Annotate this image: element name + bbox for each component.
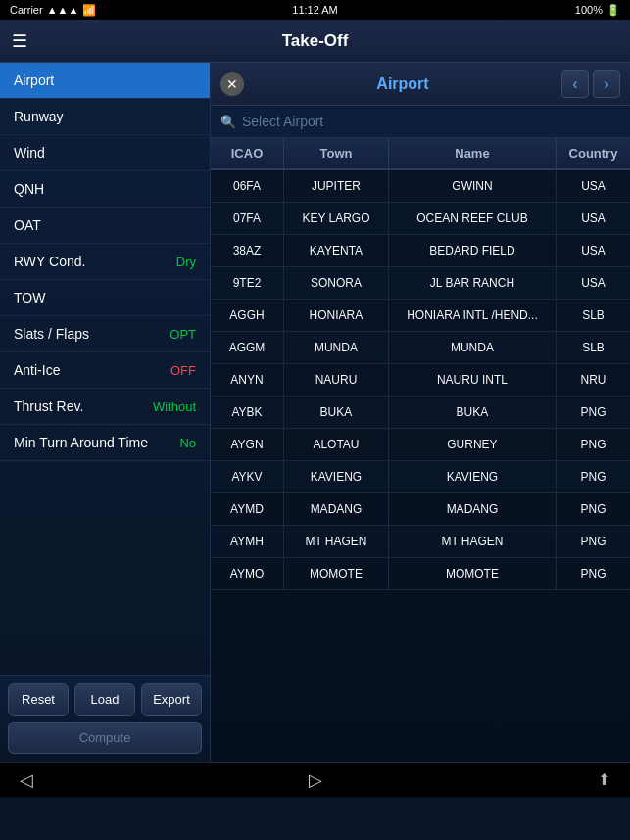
cell-name: BUKA	[389, 397, 557, 428]
cell-name: MADANG	[389, 493, 557, 525]
load-button[interactable]: Load	[74, 683, 135, 716]
carrier-label: Carrier	[10, 4, 43, 16]
cell-icao: AYGN	[211, 429, 284, 460]
cell-town: MT HAGEN	[284, 526, 389, 557]
table-row[interactable]: 9TE2 SONORA JL BAR RANCH USA	[211, 267, 630, 300]
table-row[interactable]: AYMD MADANG MADANG PNG	[211, 493, 630, 526]
sidebar-bottom: Reset Load Export Compute	[0, 675, 210, 762]
cell-name: BEDARD FIELD	[389, 235, 557, 266]
sidebar-item-qnh[interactable]: QNH	[0, 171, 210, 208]
table-body: 06FA JUPITER GWINN USA 07FA KEY LARGO OC…	[211, 170, 630, 590]
sidebar-item-slats-flaps[interactable]: Slats / FlapsOPT	[0, 316, 210, 352]
cell-country: PNG	[557, 493, 630, 525]
cell-icao: AGGH	[211, 300, 284, 331]
table-row[interactable]: ANYN NAURU NAURU INTL NRU	[211, 364, 630, 397]
sidebar-item-label: Runway	[14, 109, 64, 124]
cell-country: SLB	[557, 300, 630, 331]
cell-country: NRU	[557, 364, 630, 396]
main-layout: AirportRunwayWindQNHOATRWY Cond.DryTOWSl…	[0, 63, 630, 762]
table-row[interactable]: AYGN ALOTAU GURNEY PNG	[211, 429, 630, 461]
sidebar-item-runway[interactable]: Runway	[0, 99, 210, 135]
cell-icao: 06FA	[211, 170, 284, 202]
next-arrow[interactable]: ›	[593, 70, 620, 98]
cell-country: USA	[557, 170, 630, 202]
status-left: Carrier ▲▲▲ 📶	[10, 4, 96, 17]
cell-icao: AYMO	[211, 558, 284, 589]
sidebar-item-thrust-rev[interactable]: Thrust Rev.Without	[0, 389, 210, 425]
cell-town: ALOTAU	[284, 429, 389, 460]
sidebar-item-label: Min Turn Around Time	[14, 435, 148, 450]
compute-button[interactable]: Compute	[8, 722, 202, 754]
panel-header: ✕ Airport ‹ ›	[211, 63, 630, 106]
airport-panel: ✕ Airport ‹ › 🔍 ICAO Town Name Cou	[211, 63, 630, 762]
airport-table: ICAO Town Name Country 06FA JUPITER GWIN…	[211, 138, 630, 762]
search-input[interactable]	[242, 114, 620, 129]
cell-country: PNG	[557, 429, 630, 460]
cell-town: MOMOTE	[284, 558, 389, 589]
sidebar-item-value-slats-flaps: OPT	[170, 327, 196, 342]
table-row[interactable]: AGGM MUNDA MUNDA SLB	[211, 332, 630, 364]
sidebar-item-anti-ice[interactable]: Anti-IceOFF	[0, 352, 210, 389]
cell-icao: AYKV	[211, 461, 284, 492]
cell-name: MUNDA	[389, 332, 557, 363]
content-area: ✕ Airport ‹ › 🔍 ICAO Town Name Cou	[211, 63, 630, 762]
sidebar-item-airport[interactable]: Airport	[0, 63, 210, 99]
close-button[interactable]: ✕	[220, 72, 244, 96]
close-icon: ✕	[226, 76, 238, 92]
table-row[interactable]: AYKV KAVIENG KAVIENG PNG	[211, 461, 630, 493]
cell-name: JL BAR RANCH	[389, 267, 557, 299]
sidebar-item-min-turn[interactable]: Min Turn Around TimeNo	[0, 425, 210, 461]
cell-country: USA	[557, 203, 630, 234]
battery-icon: 🔋	[606, 4, 620, 17]
cell-name: MT HAGEN	[389, 526, 557, 557]
nav-bar: ☰ Take-Off	[0, 20, 630, 63]
cell-icao: 9TE2	[211, 267, 284, 299]
signal-icon: ▲▲▲	[47, 4, 79, 16]
sidebar-item-value-anti-ice: OFF	[170, 363, 196, 378]
cell-town: NAURU	[284, 364, 389, 396]
cell-name: KAVIENG	[389, 461, 557, 492]
cell-icao: 38AZ	[211, 235, 284, 266]
forward-button[interactable]: ▷	[309, 770, 322, 791]
sidebar-spacer	[0, 461, 210, 675]
cell-town: JUPITER	[284, 170, 389, 202]
sidebar-item-oat[interactable]: OAT	[0, 208, 210, 244]
cell-town: SONORA	[284, 267, 389, 299]
share-icon[interactable]: ⬆	[598, 770, 610, 789]
cell-icao: ANYN	[211, 364, 284, 396]
cell-country: SLB	[557, 332, 630, 363]
table-row[interactable]: AYMH MT HAGEN MT HAGEN PNG	[211, 526, 630, 558]
sidebar-item-rwy-cond[interactable]: RWY Cond.Dry	[0, 244, 210, 280]
cell-country: USA	[557, 235, 630, 266]
prev-arrow[interactable]: ‹	[561, 70, 589, 98]
export-button[interactable]: Export	[141, 683, 202, 716]
table-row[interactable]: 06FA JUPITER GWINN USA	[211, 170, 630, 203]
search-bar: 🔍	[211, 106, 630, 138]
cell-name: MOMOTE	[389, 558, 557, 589]
header-town: Town	[284, 138, 389, 168]
sidebar-item-label: TOW	[14, 290, 45, 305]
cell-country: PNG	[557, 558, 630, 589]
cell-icao: AGGM	[211, 332, 284, 363]
cell-name: GWINN	[389, 170, 557, 202]
sidebar-item-label: OAT	[14, 217, 41, 233]
cell-town: KAYENTA	[284, 235, 389, 266]
sidebar: AirportRunwayWindQNHOATRWY Cond.DryTOWSl…	[0, 63, 211, 762]
status-bar: Carrier ▲▲▲ 📶 11:12 AM 100% 🔋	[0, 0, 630, 20]
cell-name: HONIARA INTL /HEND...	[389, 300, 557, 331]
sidebar-item-wind[interactable]: Wind	[0, 135, 210, 171]
wifi-icon: 📶	[82, 4, 96, 17]
status-time: 11:12 AM	[292, 4, 337, 16]
header-icao: ICAO	[211, 138, 284, 168]
reset-button[interactable]: Reset	[8, 683, 69, 716]
table-row[interactable]: 07FA KEY LARGO OCEAN REEF CLUB USA	[211, 203, 630, 235]
table-row[interactable]: 38AZ KAYENTA BEDARD FIELD USA	[211, 235, 630, 267]
sidebar-items: AirportRunwayWindQNHOATRWY Cond.DryTOWSl…	[0, 63, 210, 461]
status-right: 100% 🔋	[575, 4, 620, 17]
table-row[interactable]: AYBK BUKA BUKA PNG	[211, 397, 630, 429]
sidebar-item-tow[interactable]: TOW	[0, 280, 210, 316]
table-row[interactable]: AYMO MOMOTE MOMOTE PNG	[211, 558, 630, 590]
table-row[interactable]: AGGH HONIARA HONIARA INTL /HEND... SLB	[211, 300, 630, 332]
back-button[interactable]: ◁	[20, 770, 33, 791]
menu-icon[interactable]: ☰	[12, 30, 27, 52]
